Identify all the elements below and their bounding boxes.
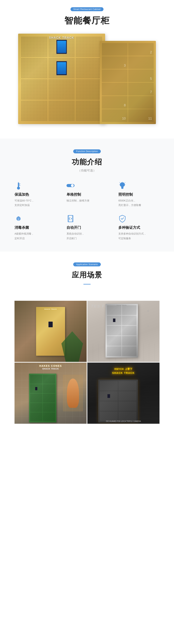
feature-desc-lighting: 6500K正白光， 亮灯显示，方便取餐 bbox=[118, 198, 141, 208]
function-subtitle: （功能可选） bbox=[78, 169, 96, 172]
feature-disinfect: 消毒杀菌 A级紫外线消毒， 定时开启 bbox=[15, 215, 56, 240]
feature-name-auth: 多种验证方式 bbox=[118, 225, 140, 230]
cell-number: 11 bbox=[148, 117, 152, 120]
cell-number: 7 bbox=[150, 90, 152, 94]
thermometer-icon bbox=[15, 182, 23, 190]
cell-number: 5 bbox=[150, 77, 152, 81]
hero-section: Smart Restaurant Cabinet 智能餐厅柜 SHACK TRA… bbox=[0, 0, 174, 138]
photo-night-cabinet: RMYCK 上零下 SHACK TRACK bbox=[87, 362, 159, 424]
cabinet-cell bbox=[48, 58, 75, 78]
photo2-numbers: 5 bbox=[147, 310, 149, 312]
feature-desc-cell-control: 独立控制，操维方便 bbox=[66, 198, 89, 203]
feature-auto-door: 自动开门 系统自动识别， 开启柜门 bbox=[66, 215, 108, 240]
dot-pattern bbox=[21, 100, 48, 121]
photo-stainless-cabinet: TES FLO A bbox=[87, 301, 159, 362]
cabinet-cell bbox=[75, 79, 102, 100]
lightbulb-icon bbox=[118, 182, 126, 190]
svg-rect-10 bbox=[121, 188, 123, 188]
cabinet-cell bbox=[48, 79, 75, 100]
cabinet-cell bbox=[48, 100, 75, 121]
photo3-sign-brand: SHACK TRACK bbox=[18, 368, 83, 370]
dot-pattern bbox=[21, 58, 48, 78]
cabinet-cell bbox=[21, 79, 48, 100]
cabinet-cell bbox=[21, 36, 48, 57]
svg-rect-11 bbox=[121, 188, 123, 189]
cabinet-cell bbox=[102, 70, 128, 82]
dot-pattern bbox=[48, 58, 75, 78]
cabinet-cell bbox=[102, 43, 128, 56]
scenario-title: 应用场景 bbox=[72, 270, 102, 280]
function-header: Function Description 功能介绍 （功能可选） bbox=[15, 150, 159, 172]
photo1-logo: SHACK TRACK bbox=[44, 308, 57, 310]
feature-name-cell-control: 单格控制 bbox=[66, 192, 81, 197]
cabinet-cell bbox=[75, 100, 102, 121]
cabinet-cell bbox=[128, 56, 154, 69]
cabinet-cell bbox=[128, 96, 154, 109]
feature-name-auto-door: 自动开门 bbox=[66, 225, 81, 230]
feature-cell-control: 单格控制 独立控制，操维方便 bbox=[66, 182, 108, 208]
features-grid: 保温加热 可保温60-70°C， 支持定时加温 单格控制 独立控制，操维方便 bbox=[15, 182, 159, 241]
photo4-neon-chinese: RMYCK 上零下 bbox=[112, 368, 135, 371]
cabinet-cell: 3 bbox=[102, 56, 128, 69]
cell-number: 3 bbox=[124, 64, 126, 68]
cabinet-cell: 5 bbox=[128, 70, 154, 82]
door-icon bbox=[66, 215, 74, 222]
svg-line-14 bbox=[125, 182, 125, 183]
cell-number: 8 bbox=[124, 104, 126, 107]
cabinet-cell bbox=[48, 36, 75, 57]
cabinet-cell bbox=[75, 36, 102, 57]
cabinet-cell: 11 bbox=[128, 109, 154, 122]
scenario-section: Application Scenario 应用场景 SHACK TRACK bbox=[0, 252, 174, 438]
dot-pattern bbox=[48, 79, 75, 100]
cabinet-cell: 7 bbox=[128, 83, 154, 95]
feature-heating: 保温加热 可保温60-70°C， 支持定时加温 bbox=[15, 182, 56, 208]
photo-green-cabinet: HAKES CONES SHACK TRACK bbox=[15, 362, 87, 424]
shield-icon bbox=[118, 215, 126, 222]
svg-point-20 bbox=[71, 218, 72, 219]
cabinet-cell: 10 bbox=[102, 109, 128, 122]
dot-pattern bbox=[75, 79, 102, 100]
cabinet-cell bbox=[102, 83, 128, 95]
dot-pattern bbox=[21, 79, 48, 100]
scenario-badge: Application Scenario bbox=[73, 262, 101, 266]
cabinet-cell: 8 bbox=[102, 96, 128, 109]
cell-number: 2 bbox=[150, 50, 152, 54]
cabinet-secondary: 2 3 5 7 8 10 11 bbox=[100, 41, 156, 124]
feature-name-heating: 保温加热 bbox=[15, 192, 29, 197]
cabinet-main: SHACK TRACK bbox=[18, 34, 105, 124]
feature-name-disinfect: 消毒杀菌 bbox=[15, 225, 29, 230]
photo-restaurant-interior: SHACK TRACK bbox=[15, 301, 87, 362]
dot-pattern bbox=[21, 36, 48, 57]
toggle-icon bbox=[66, 182, 74, 190]
photo3-sign-top: HAKES CONES bbox=[18, 364, 83, 367]
photo2-numbers2: 7 bbox=[147, 325, 149, 328]
photos-grid: SHACK TRACK TES FLO A bbox=[15, 301, 159, 424]
function-badge: Function Description bbox=[73, 150, 101, 153]
feature-desc-disinfect: A级紫外线消毒， 定时开启 bbox=[15, 232, 34, 240]
title-underline bbox=[83, 284, 91, 284]
dot-pattern bbox=[75, 100, 102, 121]
dot-pattern bbox=[75, 36, 102, 57]
feature-name-lighting: 照明控制 bbox=[118, 192, 133, 197]
cabinet-cell bbox=[21, 100, 48, 121]
feature-desc-heating: 可保温60-70°C， 支持定时加温 bbox=[15, 198, 34, 208]
cabinet-cell: 2 bbox=[128, 43, 154, 56]
hero-image: SHACK TRACK bbox=[18, 34, 156, 128]
feature-desc-auto-door: 系统自动识别， 开启柜门 bbox=[66, 232, 84, 240]
hero-badge: Smart Restaurant Cabinet bbox=[70, 7, 104, 11]
function-section: Function Description 功能介绍 （功能可选） 保温加热 可保… bbox=[0, 138, 174, 252]
cabinet-cell bbox=[21, 58, 48, 78]
svg-point-8 bbox=[71, 184, 74, 187]
svg-rect-3 bbox=[18, 185, 19, 188]
feature-auth: 多种验证方式 支持多种自动识别方式， 可定制服务 bbox=[118, 215, 159, 240]
hero-title: 智能餐厅柜 bbox=[64, 15, 110, 26]
dot-pattern bbox=[75, 58, 102, 78]
uv-icon bbox=[15, 215, 23, 222]
feature-desc-auth: 支持多种自动识别方式， 可定制服务 bbox=[118, 232, 146, 240]
function-title: 功能介绍 bbox=[72, 157, 102, 167]
cell-number: 10 bbox=[122, 117, 126, 120]
cabinet-cell bbox=[75, 58, 102, 78]
feature-lighting: 照明控制 6500K正白光， 亮灯显示，方便取餐 bbox=[118, 182, 159, 208]
svg-line-13 bbox=[119, 182, 120, 183]
scenario-header: Application Scenario 应用场景 bbox=[15, 262, 159, 292]
